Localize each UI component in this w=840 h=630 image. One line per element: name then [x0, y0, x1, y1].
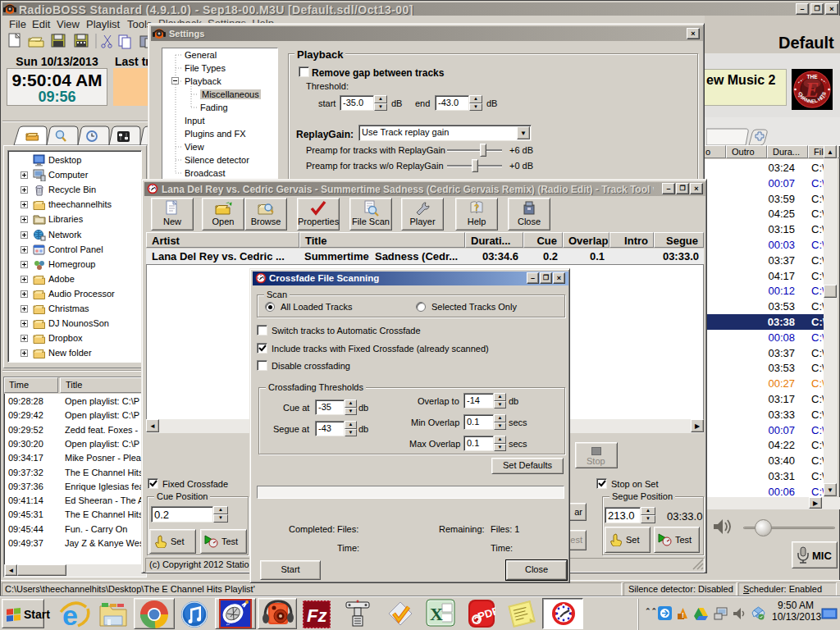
svg-text:X: X	[430, 604, 443, 624]
svg-text:!: !	[682, 611, 684, 619]
svg-text:♫: ♫	[226, 620, 230, 626]
svg-text:?: ?	[474, 203, 480, 212]
svg-text:Fz: Fz	[307, 605, 326, 626]
svg-text:THE: THE	[807, 74, 819, 80]
